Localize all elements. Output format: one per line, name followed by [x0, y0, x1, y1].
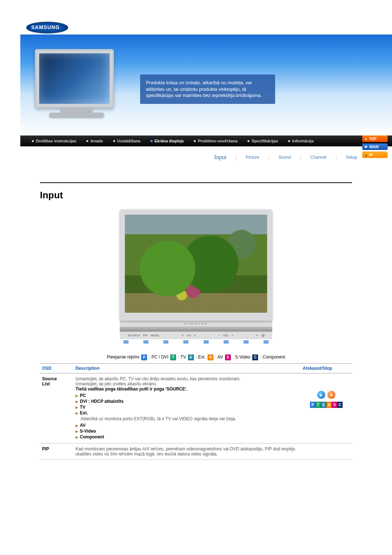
nav-bullet-icon	[248, 140, 249, 142]
nav-item-label: Problēmu novēršana	[198, 139, 237, 143]
triangle-bullet-icon: ▶	[75, 400, 78, 404]
hero-disclaimer-text: Produkta krāsa un izskats, atkarībā no m…	[140, 74, 275, 104]
triangle-bullet-icon: ▶	[75, 429, 78, 433]
source-option: ▶Ext.	[75, 410, 298, 416]
triangle-bullet-icon: ▶	[75, 411, 78, 415]
mode-badge: C	[252, 355, 258, 360]
subnav-item[interactable]: Picture	[236, 155, 269, 160]
nav-item[interactable]: Specifikācijas	[242, 139, 283, 143]
mode-badges-strip: PTEASC	[310, 402, 343, 408]
nav-item-label: Specifikācijas	[252, 139, 278, 143]
tv-ch-label: ∨	[180, 334, 185, 337]
tv-indicator-lamps	[120, 339, 272, 344]
page-root: SAMSUNG Produkta krāsa un izskats, atkar…	[0, 16, 392, 460]
source-option: ▶AV	[75, 423, 298, 428]
play-button[interactable]: ▶	[317, 391, 325, 399]
nav-item[interactable]: Ekrāna displejs	[146, 139, 189, 143]
nav-bullet-icon	[32, 140, 34, 142]
available-modes-line: Pieejamie reþîmi P : PC / DVI T : TV E :…	[40, 355, 352, 360]
col-play-stop: Atskaņot/Stop	[301, 364, 352, 373]
nav-bullet-icon	[288, 140, 290, 142]
stop-button[interactable]: ■	[327, 391, 335, 399]
nav-bullet-icon	[113, 140, 115, 142]
mode-badge: A	[326, 402, 332, 408]
mode-badge: E	[188, 355, 194, 360]
tv-ch-label: ∧	[192, 334, 197, 337]
osd-cell: SourceList	[40, 373, 73, 443]
nav-item[interactable]: Ievads	[81, 139, 108, 143]
hero-monitor-illustration	[35, 49, 118, 125]
tv-vol-label: +	[230, 334, 235, 337]
tv-front-controls: SOURCEPIPMENU∨CH∧−VOL+↵⏻	[120, 332, 272, 339]
tv-speaker-grille	[120, 327, 272, 332]
tv-btn-label: MENU	[149, 334, 161, 337]
col-osd: OSD	[40, 364, 73, 373]
mode-badge: S	[225, 355, 231, 360]
triangle-bullet-icon: ▶	[75, 394, 78, 398]
tv-power-icon: ⏻	[260, 334, 266, 337]
mode-badge: A	[208, 355, 213, 360]
tv-screen-image	[125, 215, 267, 313]
source-option: ▶Component	[75, 434, 298, 439]
tv-vol-label: −	[217, 334, 222, 337]
section-heading: Input	[40, 190, 352, 201]
triangle-bullet-icon: ▶	[75, 435, 78, 439]
play-stop-cell	[301, 443, 352, 460]
subnav-item[interactable]: Input	[205, 154, 236, 161]
tv-vol-label: VOL	[222, 334, 230, 337]
nav-bullet-icon	[86, 140, 88, 142]
top-button-label: TOP	[369, 137, 376, 141]
source-options-list: ▶PC▶DVI : HDCP atbalstīts▶TV▶Ext.Attiecī…	[75, 393, 298, 439]
nav-item-label: Informācija	[292, 139, 314, 143]
section-subnav: InputPictureSoundChannelSetup	[20, 152, 392, 162]
tv-btn-label: SOURCE	[126, 334, 142, 337]
mode-badge: P	[310, 402, 315, 408]
nav-bullet-icon	[194, 140, 196, 142]
triangle-bullet-icon: ▶	[75, 405, 78, 409]
brand-logo-text: SAMSUNG	[31, 24, 60, 30]
nav-item[interactable]: Informācija	[283, 139, 319, 143]
source-option: ▶DVI : HDCP atbalstīts	[75, 399, 298, 404]
tv-enter-icon: ↵	[254, 334, 260, 337]
up-arrow-icon	[364, 153, 368, 157]
tv-ch-label: CH	[185, 334, 192, 337]
header-region: SAMSUNG Produkta krāsa un izskats, atkar…	[0, 16, 392, 151]
side-quick-buttons: TOP MAIN	[362, 135, 388, 158]
main-button[interactable]: MAIN	[362, 143, 388, 150]
source-option: ▶S-Video	[75, 429, 298, 434]
nav-item-label: Ekrāna displejs	[155, 139, 184, 143]
subnav-item[interactable]: Sound	[269, 155, 301, 160]
col-description: Description	[73, 364, 301, 373]
table-row: PIPKad monitoram pievienotas ārējas A/V …	[40, 443, 352, 460]
nav-item[interactable]: Problēmu novēršana	[189, 139, 242, 143]
product-figure: SAMSUNG SOURCEPIPMENU∨CH∧−VOL+↵⏻	[40, 210, 352, 344]
play-stop-cell: ▶■PTEASC	[301, 373, 352, 443]
nav-item-label: Ievads	[90, 139, 103, 143]
nav-item[interactable]: Drošības instrukcijas	[27, 139, 81, 143]
brand-logo: SAMSUNG	[26, 21, 68, 34]
top-button[interactable]: TOP	[362, 135, 388, 142]
osd-table: OSD Description Atskaņot/Stop SourceList…	[40, 363, 352, 460]
nav-item[interactable]: Uzstādīšana	[108, 139, 146, 143]
source-option: ▶TV	[75, 405, 298, 410]
triangle-bullet-icon: ▶	[75, 424, 78, 428]
nav-item-label: Uzstādīšana	[117, 139, 140, 143]
mail-button[interactable]	[362, 151, 388, 158]
subnav-item[interactable]: Channel	[301, 155, 336, 160]
mode-badge: T	[315, 402, 321, 408]
tv-illustration: SAMSUNG SOURCEPIPMENU∨CH∧−VOL+↵⏻	[120, 210, 272, 344]
table-row: SourceListIzmantojiet, lai atlasītu PC, …	[40, 373, 352, 443]
tv-btn-label: PIP	[142, 334, 149, 337]
nav-bullet-icon	[151, 140, 152, 142]
content-area: Input SAMSUNG SOURCEPIPMENU∨CH∧−VOL+↵⏻ P…	[40, 182, 352, 460]
osd-cell: PIP	[40, 443, 73, 460]
description-cell: Izmantojiet, lai atlasītu PC, TV vai cit…	[73, 373, 301, 443]
hero-banner: Produkta krāsa un izskats, atkarībā no m…	[20, 35, 392, 135]
mode-badge: C	[337, 402, 343, 408]
tv-brand-label: SAMSUNG	[120, 321, 272, 327]
mail-icon	[369, 153, 372, 157]
mode-badge: S	[332, 402, 337, 408]
mode-badge: P	[141, 355, 147, 360]
description-cell: Kad monitoram pievienotas ārējas A/V ier…	[73, 443, 301, 460]
mode-badge: E	[321, 402, 326, 408]
